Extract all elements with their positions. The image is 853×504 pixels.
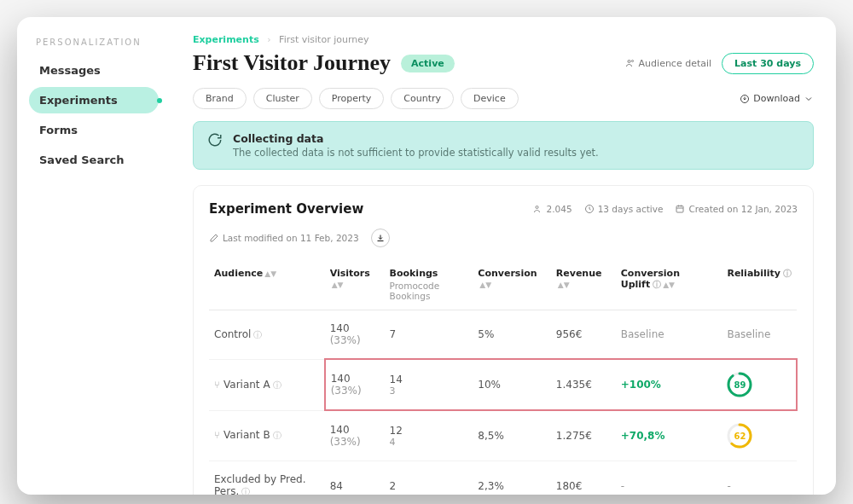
audience-name: Variant A: [223, 379, 270, 391]
meta-days: 13 days active: [584, 204, 664, 214]
col-conversion[interactable]: Conversion▲▼: [473, 259, 550, 310]
table-row: ⑂Variant Bⓘ140 (33%)1248,5%1.275€+70,8%6…: [209, 410, 797, 461]
cell-bookings: 143: [385, 359, 473, 410]
page-title: First Visitor Journey: [193, 50, 391, 76]
clock-icon: [584, 204, 595, 214]
sort-icon: ▲▼: [558, 283, 570, 287]
filter-chip-country[interactable]: Country: [391, 88, 454, 109]
cell-bookings: 2: [385, 461, 473, 495]
table-row: Excluded by Pred. Pers.ⓘ8422,3%180€--: [209, 461, 797, 495]
col-reliability[interactable]: Reliabilityⓘ: [722, 259, 797, 310]
filter-chip-brand[interactable]: Brand: [193, 88, 247, 109]
filter-chip-device[interactable]: Device: [461, 88, 519, 109]
overview-title: Experiment Overview: [209, 201, 363, 217]
reliability-ring: 62: [727, 423, 752, 449]
reliability-ring: 89: [727, 372, 752, 397]
export-button[interactable]: [371, 229, 390, 247]
main-content: Experiments › First visitor journey Firs…: [171, 17, 836, 495]
breadcrumb-sep: ›: [267, 34, 270, 45]
cell-conversion: 10%: [473, 359, 550, 410]
cell-uplift: +70,8%: [616, 410, 722, 461]
overview-card: Experiment Overview 2.045 13 days active…: [193, 185, 814, 495]
col-audience[interactable]: Audience▲▼: [209, 259, 325, 310]
download-icon: [740, 94, 750, 104]
loading-icon: [207, 132, 223, 148]
help-icon: ⓘ: [653, 280, 661, 289]
sidebar-item-forms[interactable]: Forms: [29, 117, 159, 143]
col-revenue[interactable]: Revenue▲▼: [551, 259, 616, 310]
cell-revenue: 180€: [551, 461, 616, 495]
active-dot-icon: [157, 98, 162, 103]
sidebar: PERSONALIZATION Messages Experiments For…: [17, 17, 171, 495]
cell-audience: Controlⓘ: [209, 310, 325, 360]
cell-visitors: 84: [325, 461, 385, 495]
branch-icon: ⑂: [214, 430, 220, 441]
help-icon[interactable]: ⓘ: [253, 330, 262, 339]
chevron-down-icon: [804, 94, 814, 104]
breadcrumb-root[interactable]: Experiments: [193, 34, 259, 45]
download-label: Download: [753, 93, 800, 104]
cell-visitors: 140 (33%): [325, 359, 385, 410]
audience-detail-link[interactable]: Audience detail: [625, 58, 712, 69]
help-icon[interactable]: ⓘ: [273, 431, 281, 440]
breadcrumb-current: First visitor journey: [279, 34, 368, 45]
date-range-button[interactable]: Last 30 days: [722, 53, 814, 74]
col-uplift[interactable]: Conversion Upliftⓘ▲▼: [616, 259, 722, 310]
cell-uplift: Baseline: [616, 310, 722, 360]
audience-name: Control: [214, 328, 251, 340]
table-row: ⑂Variant Aⓘ140 (33%)14310%1.435€+100%89: [209, 359, 797, 410]
help-icon[interactable]: ⓘ: [241, 487, 250, 495]
cell-visitors: 140 (33%): [325, 410, 385, 461]
sidebar-item-messages[interactable]: Messages: [29, 57, 159, 84]
svg-point-1: [631, 61, 633, 62]
cell-uplift: -: [616, 461, 722, 495]
sort-icon: ▲▼: [332, 283, 344, 287]
sort-icon: ▲▼: [264, 272, 276, 276]
sidebar-item-label: Forms: [39, 124, 78, 136]
cell-bookings: 7: [385, 310, 473, 360]
cell-uplift: +100%: [616, 359, 722, 410]
download-button[interactable]: Download: [740, 93, 814, 104]
svg-rect-5: [676, 206, 683, 213]
sidebar-item-experiments[interactable]: Experiments: [29, 87, 159, 113]
svg-point-3: [536, 206, 538, 209]
meta-audience: 2.045: [533, 204, 572, 214]
filter-chip-property[interactable]: Property: [319, 88, 385, 109]
sidebar-item-saved-search[interactable]: Saved Search: [29, 147, 159, 173]
users-icon: [533, 204, 543, 214]
sort-icon: ▲▼: [479, 283, 491, 287]
breadcrumb: Experiments › First visitor journey: [193, 34, 814, 45]
results-table: Audience▲▼ Visitors▲▼ BookingsPromocode …: [209, 259, 798, 495]
meta-modified: Last modified on 11 Feb, 2023: [209, 233, 359, 243]
cell-audience: Excluded by Pred. Pers.ⓘ: [209, 461, 325, 495]
audience-name: Excluded by Pred. Pers.: [214, 473, 305, 495]
info-banner: Collecting data The collected data is no…: [193, 121, 814, 170]
help-icon[interactable]: ⓘ: [273, 380, 281, 390]
cell-revenue: 956€: [551, 310, 616, 360]
sidebar-item-label: Experiments: [39, 94, 118, 107]
col-bookings[interactable]: BookingsPromocode Bookings: [385, 259, 473, 310]
sidebar-heading: PERSONALIZATION: [36, 38, 152, 47]
cell-reliability: -: [722, 461, 797, 495]
download-arrow-icon: [375, 233, 386, 243]
cell-conversion: 8,5%: [473, 410, 550, 461]
table-header-row: Audience▲▼ Visitors▲▼ BookingsPromocode …: [209, 259, 797, 310]
col-visitors[interactable]: Visitors▲▼: [325, 259, 385, 310]
cell-reliability: 89: [722, 359, 797, 410]
audience-detail-label: Audience detail: [639, 58, 712, 69]
cell-audience: ⑂Variant Aⓘ: [209, 359, 325, 410]
sidebar-item-label: Messages: [39, 64, 101, 77]
svg-point-0: [628, 61, 630, 63]
cell-reliability: 62: [722, 410, 797, 461]
cell-reliability: Baseline: [722, 310, 797, 360]
edit-icon: [209, 233, 219, 243]
sidebar-item-label: Saved Search: [39, 154, 125, 166]
filter-chip-cluster[interactable]: Cluster: [253, 88, 312, 109]
audience-icon: [625, 58, 635, 68]
meta-created: Created on 12 Jan, 2023: [675, 204, 798, 214]
branch-icon: ⑂: [214, 379, 220, 391]
cell-conversion: 2,3%: [473, 461, 550, 495]
sort-icon: ▲▼: [663, 283, 675, 287]
help-icon: ⓘ: [783, 269, 792, 278]
cell-revenue: 1.435€: [551, 359, 616, 410]
